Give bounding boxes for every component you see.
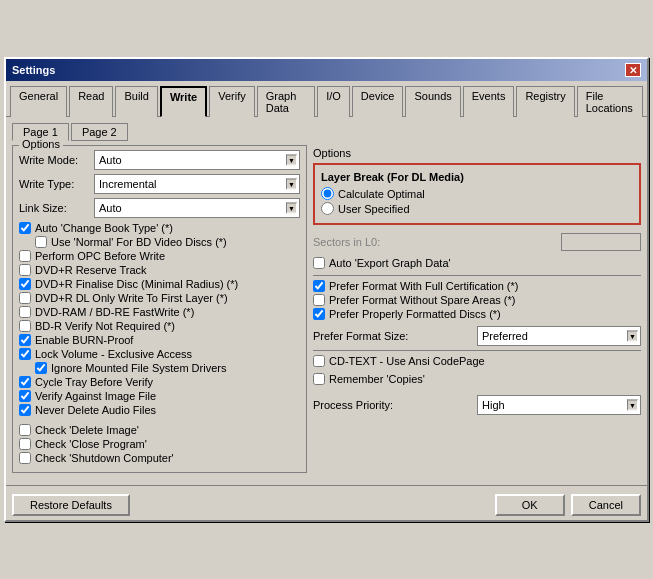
- cb-ignore-mounted-input[interactable]: [35, 362, 47, 374]
- sectors-label: Sectors in L0:: [313, 236, 561, 248]
- cb-check-delete-input[interactable]: [19, 424, 31, 436]
- cb-prefer-full: Prefer Format With Full Certification (*…: [313, 280, 641, 292]
- prefer-format-size-select[interactable]: Preferred: [477, 326, 641, 346]
- link-size-select-wrapper: Auto: [94, 198, 300, 218]
- cb-perform-opc-label: Perform OPC Before Write: [35, 250, 165, 262]
- tab-events[interactable]: Events: [463, 86, 515, 117]
- prefer-format-size-label: Prefer Format Size:: [313, 330, 477, 342]
- cb-auto-change-book-label: Auto 'Change Book Type' (*): [35, 222, 173, 234]
- process-priority-label: Process Priority:: [313, 399, 477, 411]
- process-priority-row: Process Priority: High: [313, 395, 641, 415]
- layer-break-title: Layer Break (For DL Media): [321, 171, 633, 183]
- divider-1: [313, 275, 641, 276]
- cb-auto-export-input[interactable]: [313, 257, 325, 269]
- write-type-select[interactable]: Incremental: [94, 174, 300, 194]
- radio-user-specified: User Specified: [321, 202, 633, 215]
- cb-cdtext-input[interactable]: [313, 355, 325, 367]
- link-size-select[interactable]: Auto: [94, 198, 300, 218]
- tab-device[interactable]: Device: [352, 86, 404, 117]
- ok-button[interactable]: OK: [495, 494, 565, 516]
- cb-cycle-tray: Cycle Tray Before Verify: [19, 376, 300, 388]
- process-priority-select[interactable]: High: [477, 395, 641, 415]
- radio-user-specified-label: User Specified: [338, 203, 410, 215]
- cb-auto-change-book: Auto 'Change Book Type' (*): [19, 222, 300, 234]
- write-mode-row: Write Mode: Auto: [19, 150, 300, 170]
- cb-dvdr-finalise-input[interactable]: [19, 278, 31, 290]
- cb-check-shutdown-label: Check 'Shutdown Computer': [35, 452, 174, 464]
- tab-write[interactable]: Write: [160, 86, 207, 117]
- cancel-button[interactable]: Cancel: [571, 494, 641, 516]
- tab-io[interactable]: I/O: [317, 86, 350, 117]
- cb-verify-against-input[interactable]: [19, 390, 31, 402]
- right-options-label: Options: [313, 147, 641, 159]
- cb-never-delete-label: Never Delete Audio Files: [35, 404, 156, 416]
- write-mode-select-wrapper: Auto: [94, 150, 300, 170]
- cb-verify-against: Verify Against Image File: [19, 390, 300, 402]
- tab-sounds[interactable]: Sounds: [405, 86, 460, 117]
- cb-auto-export: Auto 'Export Graph Data': [313, 257, 641, 269]
- cb-perform-opc-input[interactable]: [19, 250, 31, 262]
- cb-prefer-without-input[interactable]: [313, 294, 325, 306]
- radio-calculate-optimal-label: Calculate Optimal: [338, 188, 425, 200]
- cb-auto-change-book-input[interactable]: [19, 222, 31, 234]
- right-options-top: Options: [313, 147, 641, 159]
- cb-cycle-tray-input[interactable]: [19, 376, 31, 388]
- prefer-format-size-row: Prefer Format Size: Preferred: [313, 326, 641, 346]
- cb-prefer-full-input[interactable]: [313, 280, 325, 292]
- cb-use-normal-bd-input[interactable]: [35, 236, 47, 248]
- cb-remember-copies: Remember 'Copies': [313, 373, 641, 385]
- cb-never-delete-input[interactable]: [19, 404, 31, 416]
- cb-enable-burn-input[interactable]: [19, 334, 31, 346]
- cb-dvdr-dl-only-label: DVD+R DL Only Write To First Layer (*): [35, 292, 228, 304]
- cb-bdr-verify-label: BD-R Verify Not Required (*): [35, 320, 175, 332]
- bottom-buttons: Restore Defaults OK Cancel: [6, 485, 647, 520]
- cb-bdr-verify-input[interactable]: [19, 320, 31, 332]
- tab-file-locations[interactable]: File Locations: [577, 86, 643, 117]
- close-button[interactable]: ✕: [625, 63, 641, 77]
- window-title: Settings: [12, 64, 55, 76]
- cb-prefer-properly-input[interactable]: [313, 308, 325, 320]
- cb-dvdr-dl-only: DVD+R DL Only Write To First Layer (*): [19, 292, 300, 304]
- main-tabs: General Read Build Write Verify Graph Da…: [6, 81, 647, 117]
- layer-break-box: Layer Break (For DL Media) Calculate Opt…: [313, 163, 641, 225]
- cb-lock-volume: Lock Volume - Exclusive Access: [19, 348, 300, 360]
- restore-defaults-button[interactable]: Restore Defaults: [12, 494, 130, 516]
- tab-build[interactable]: Build: [115, 86, 157, 117]
- tab-general[interactable]: General: [10, 86, 67, 117]
- cb-dvdram-bd: DVD-RAM / BD-RE FastWrite (*): [19, 306, 300, 318]
- tab-registry[interactable]: Registry: [516, 86, 574, 117]
- cb-dvdr-reserve: DVD+R Reserve Track: [19, 264, 300, 276]
- cb-prefer-properly-label: Prefer Properly Formatted Discs (*): [329, 308, 501, 320]
- page-tab-2[interactable]: Page 2: [71, 123, 128, 141]
- cb-dvdr-dl-only-input[interactable]: [19, 292, 31, 304]
- sectors-input[interactable]: [561, 233, 641, 251]
- cb-prefer-without: Prefer Format Without Spare Areas (*): [313, 294, 641, 306]
- radio-calculate-optimal-input[interactable]: [321, 187, 334, 200]
- tab-read[interactable]: Read: [69, 86, 113, 117]
- tab-verify[interactable]: Verify: [209, 86, 255, 117]
- cb-remember-copies-input[interactable]: [313, 373, 325, 385]
- cb-verify-against-label: Verify Against Image File: [35, 390, 156, 402]
- sectors-row: Sectors in L0:: [313, 233, 641, 251]
- cb-cdtext: CD-TEXT - Use Ansi CodePage: [313, 355, 641, 367]
- cb-ignore-mounted: Ignore Mounted File System Drivers: [19, 362, 300, 374]
- cb-dvdram-bd-input[interactable]: [19, 306, 31, 318]
- prefer-format-size-select-wrapper: Preferred: [477, 326, 641, 346]
- left-options-label: Options: [19, 138, 63, 150]
- tab-graph-data[interactable]: Graph Data: [257, 86, 315, 117]
- divider-2: [313, 350, 641, 351]
- radio-user-specified-input[interactable]: [321, 202, 334, 215]
- title-bar: Settings ✕: [6, 59, 647, 81]
- cb-enable-burn-label: Enable BURN-Proof: [35, 334, 133, 346]
- cb-prefer-properly: Prefer Properly Formatted Discs (*): [313, 308, 641, 320]
- cb-check-close-input[interactable]: [19, 438, 31, 450]
- right-panel: Options Layer Break (For DL Media) Calcu…: [313, 145, 641, 479]
- cb-lock-volume-input[interactable]: [19, 348, 31, 360]
- cb-check-delete-label: Check 'Delete Image': [35, 424, 139, 436]
- cb-prefer-full-label: Prefer Format With Full Certification (*…: [329, 280, 518, 292]
- cb-cycle-tray-label: Cycle Tray Before Verify: [35, 376, 153, 388]
- cb-dvdr-reserve-input[interactable]: [19, 264, 31, 276]
- cb-check-shutdown-input[interactable]: [19, 452, 31, 464]
- write-mode-select[interactable]: Auto: [94, 150, 300, 170]
- radio-calculate-optimal: Calculate Optimal: [321, 187, 633, 200]
